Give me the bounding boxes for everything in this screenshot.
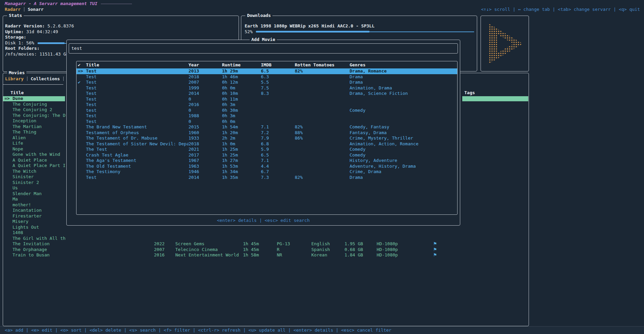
movie-title: The Conjuring xyxy=(13,102,66,107)
selection-or-check-cell xyxy=(78,113,86,119)
title-rule xyxy=(101,4,132,4)
tab-library[interactable]: Library xyxy=(5,76,24,81)
result-imdb xyxy=(261,108,295,113)
movie-tags-cell xyxy=(462,197,528,202)
result-genres: Comedy xyxy=(350,108,457,113)
movie-title: Slender Man xyxy=(13,191,66,197)
movie-row[interactable]: The Girl with All the xyxy=(3,236,529,242)
result-year: 0 xyxy=(188,97,222,102)
movie-search-input[interactable]: test xyxy=(69,43,458,54)
movies-panel-title: Movies xyxy=(7,70,26,75)
search-result-row[interactable]: The Testament of Sister New Devil: Depar… xyxy=(76,141,457,147)
result-imdb: 7.1 xyxy=(261,124,295,130)
search-result-row[interactable]: Test 0 0h 0m xyxy=(76,119,457,125)
search-result-row[interactable]: Test 1988 0h 3m xyxy=(76,113,457,119)
search-result-row[interactable]: Crash Test Aglae 2017 1h 25m 6.5 Comedy xyxy=(76,152,457,158)
column-header-rotten-tomatoes: Rotten Tomatoes xyxy=(295,62,350,68)
movie-title: The Orphanage xyxy=(13,247,66,253)
result-runtime: 0h 3m xyxy=(222,113,261,119)
result-imdb: 7.5 xyxy=(261,85,295,91)
result-runtime: 1h 46m xyxy=(222,74,261,80)
movie-title: Life xyxy=(13,141,66,146)
result-imdb: 6.8 xyxy=(261,141,295,147)
movie-title: The Conjuring 2 xyxy=(13,107,66,113)
result-genres: Drama, Science Fiction xyxy=(350,91,457,97)
selection-or-check-cell xyxy=(78,102,86,108)
movie-row[interactable]: The Orphanage 2007 Telecinco Cinema 1h 4… xyxy=(3,247,529,253)
movie-title: Nope xyxy=(13,146,66,152)
result-title: Test xyxy=(86,85,188,91)
result-title: Test xyxy=(86,113,188,119)
movie-title: The Thing xyxy=(13,129,66,135)
search-result-row[interactable]: The Old Testament 1963 1h 53m 4.4 Advent… xyxy=(76,164,457,169)
result-title: Test xyxy=(86,68,188,74)
movie-title: Lights Out xyxy=(13,225,66,230)
result-rotten-tomatoes xyxy=(295,108,350,113)
result-imdb: 6.5 xyxy=(261,68,295,74)
tab-collections[interactable]: Collections xyxy=(31,76,60,81)
movie-row[interactable]: Train to Busan 2016 Next Entertainment W… xyxy=(3,252,529,258)
result-rotten-tomatoes xyxy=(295,147,350,152)
result-genres: Crime, Mystery, Thriller xyxy=(350,135,457,141)
movie-tags-cell xyxy=(462,247,528,252)
selection-or-check-cell xyxy=(78,124,86,130)
search-result-row[interactable]: Test 0 0h 11m xyxy=(76,97,457,102)
result-genres xyxy=(350,119,457,125)
movie-size: 1.84 GB xyxy=(345,252,363,258)
movie-runtime: 1h 58m xyxy=(243,252,259,258)
result-rotten-tomatoes xyxy=(295,119,350,125)
search-result-row[interactable]: Test 2018 1h 46m 6.3 Drama xyxy=(76,74,457,80)
result-genres: Animation, Drama xyxy=(350,85,457,91)
movie-tags-cell xyxy=(462,225,528,230)
search-result-row[interactable]: The Testimony 1946 1h 34m 6.7 Crime, Dra… xyxy=(76,169,457,175)
result-year: 2016 xyxy=(188,102,222,108)
tab-radarr[interactable]: Radarr xyxy=(5,7,21,12)
search-result-row[interactable]: test 0 0h 30m Comedy xyxy=(76,108,457,113)
movie-row[interactable]: The Invitation 2022 Screen Gems 1h 45m P… xyxy=(3,241,529,247)
search-result-row[interactable]: The Test 2021 1h 25m 5.9 Comedy xyxy=(76,147,457,152)
movie-tags-cell xyxy=(462,219,528,225)
selection-marker: => xyxy=(4,96,10,102)
result-title: The Testament of Sister New Devil: Depar xyxy=(86,141,188,147)
result-genres: Comedy xyxy=(350,152,457,158)
result-rotten-tomatoes xyxy=(295,158,350,164)
result-year: 1963 xyxy=(188,164,222,169)
result-year: 2018 xyxy=(188,74,222,80)
result-year: 2017 xyxy=(188,152,222,158)
search-result-row[interactable]: Test 2014 1h 35m 7.3 82% Drama xyxy=(76,175,457,181)
selection-or-check-cell xyxy=(78,85,86,91)
result-runtime: 1h 25m xyxy=(222,147,261,152)
result-imdb: 6.7 xyxy=(261,169,295,175)
result-year: 2018 xyxy=(188,141,222,147)
movie-title: Misery xyxy=(13,219,66,225)
tab-sonarr[interactable]: Sonarr xyxy=(28,7,44,12)
radarr-version: Radarr Version: 5.2.6.8376 xyxy=(5,23,239,29)
result-title: Test xyxy=(86,91,188,97)
result-runtime: 0h 11m xyxy=(222,97,261,102)
movie-tags-cell xyxy=(462,130,528,135)
search-result-row[interactable]: Test 1999 0h 0m 7.5 Animation, Drama xyxy=(76,85,457,91)
selection-marker: => xyxy=(78,68,83,74)
tab-separator xyxy=(24,7,24,12)
search-result-row[interactable]: Testament of Orpheus 1960 1h 20m 7.2 88%… xyxy=(76,130,457,136)
movie-year: 2016 xyxy=(154,252,164,258)
result-runtime: 1h 27m xyxy=(222,158,261,164)
logo-panel xyxy=(481,16,529,71)
result-runtime: 1h 29m xyxy=(222,68,261,74)
result-rotten-tomatoes xyxy=(295,102,350,108)
movie-title: Sinister xyxy=(13,174,66,180)
search-result-row[interactable]: Test 2016 0h 3m xyxy=(76,102,457,108)
movie-row[interactable]: 1408 xyxy=(3,230,529,236)
search-result-row[interactable]: ✔ Test 2007 0h 12m 5.5 Drama xyxy=(76,80,457,85)
search-result-row[interactable]: The Brand New Testament 2015 1h 54m 7.1 … xyxy=(76,124,457,130)
download-progress-bar xyxy=(256,30,474,33)
search-result-row[interactable]: => Test 2013 1h 29m 6.5 82% Drama, Roman… xyxy=(76,68,457,74)
selection-or-check-cell xyxy=(78,108,86,113)
search-result-row[interactable]: The Testament of Dr. Mabuse 1933 2h 2m 7… xyxy=(76,135,457,141)
result-rotten-tomatoes xyxy=(295,91,350,97)
movie-size: 1.95 GB xyxy=(345,241,363,247)
search-result-row[interactable]: The Aga's Testament 1967 1h 27m 7.1 Hist… xyxy=(76,158,457,164)
download-progress: 52% xyxy=(245,29,477,35)
search-result-row[interactable]: Test 2014 0h 10m 8.3 Drama, Science Fict… xyxy=(76,91,457,97)
downloads-panel-title: Downloads xyxy=(245,13,272,18)
